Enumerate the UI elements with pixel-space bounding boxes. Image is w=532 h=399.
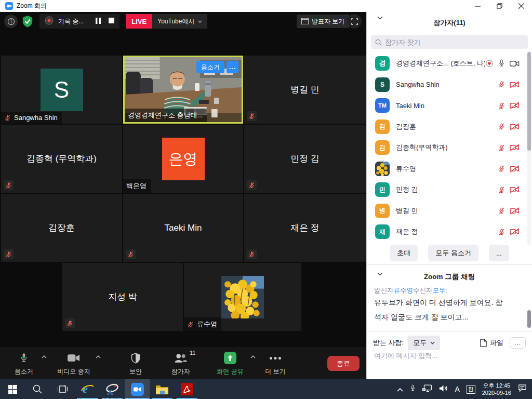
participant-name: 류수영: [197, 320, 217, 329]
mute-options-chevron[interactable]: [42, 355, 47, 358]
chevron-down-icon: [430, 341, 435, 344]
end-meeting-button[interactable]: 종료: [327, 356, 360, 371]
stop-recording-button[interactable]: [109, 18, 114, 25]
tray-network-icon[interactable]: [422, 384, 432, 394]
video-tile[interactable]: 류수영: [184, 263, 301, 331]
tile-name-label: 경영경제연구소 충남대...: [125, 109, 207, 122]
chat-sender-link: 류수영: [394, 287, 414, 294]
mic-muted-icon: [498, 165, 505, 172]
share-screen-button[interactable]: 화면 공유: [213, 352, 247, 376]
security-button[interactable]: 보안: [118, 352, 153, 376]
video-tile[interactable]: 재은 정: [244, 194, 366, 262]
tile-more-button[interactable]: ...: [227, 61, 238, 73]
participant-search-input[interactable]: [385, 38, 524, 46]
task-view-icon: [58, 385, 68, 393]
video-tile[interactable]: Taeki Min: [123, 194, 243, 262]
participant-row[interactable]: 김 김종혁(무역학과): [367, 137, 532, 158]
video-tile[interactable]: 김종혁 (무역학과): [1, 125, 122, 193]
tray-volume-icon[interactable]: [439, 384, 448, 394]
meeting-toolbar: 기록 중... LIVE YouTube에서 발표자 보기: [0, 13, 366, 30]
participant-row[interactable]: 재 재은 정: [367, 221, 532, 243]
panel-divider: [367, 331, 532, 331]
ask-to-mute-button[interactable]: 음소거: [196, 61, 224, 73]
participant-name: 경영경제연구소... (호스트, 나): [396, 59, 485, 68]
chat-recipient-link: 모두: [433, 287, 446, 294]
ime-korean-indicator[interactable]: 한: [467, 385, 475, 394]
taskbar-snipping-tool[interactable]: [100, 379, 125, 399]
show-hidden-icons-chevron[interactable]: [397, 384, 403, 394]
encryption-shield-icon[interactable]: [22, 15, 33, 28]
video-tile[interactable]: 민정 김: [244, 125, 366, 193]
mute-button[interactable]: 음소거: [8, 352, 39, 376]
mic-muted-icon: [65, 318, 75, 328]
start-button[interactable]: [0, 379, 25, 399]
participant-row[interactable]: 김 김장훈: [367, 116, 532, 138]
participants-scrollbar-thumb[interactable]: [527, 52, 531, 151]
stream-target-dropdown[interactable]: YouTube에서: [152, 14, 207, 29]
action-center-icon[interactable]: [518, 384, 527, 394]
participant-name: 민정 김: [396, 185, 418, 194]
taskbar-file-explorer[interactable]: [150, 379, 175, 399]
participant-name: 백은영: [126, 181, 147, 191]
meeting-info-button[interactable]: [4, 15, 18, 28]
participant-row[interactable]: 민 민정 김: [367, 179, 532, 201]
video-tile[interactable]: 병길 민: [244, 56, 366, 124]
share-options-chevron[interactable]: [250, 355, 256, 358]
record-dot-icon: [45, 16, 54, 26]
tile-name-label: Sangwha Shin: [1, 112, 62, 124]
recipient-label: 받는 사람:: [373, 338, 404, 348]
security-shield-icon: [131, 352, 140, 364]
active-speaker-tile[interactable]: 음소거 ... 경영경제연구소 충남대...: [123, 56, 243, 124]
participant-name: 병길 민: [396, 206, 418, 216]
ime-latin-indicator[interactable]: A: [455, 385, 459, 393]
participant-search[interactable]: [371, 35, 528, 49]
invite-button[interactable]: 초대: [390, 245, 418, 261]
restore-button[interactable]: [488, 0, 510, 12]
video-tile[interactable]: 은영 백은영: [123, 125, 243, 193]
pause-recording-button[interactable]: [96, 18, 101, 25]
chat-message-input[interactable]: [374, 352, 520, 360]
fullscreen-button[interactable]: [347, 14, 362, 29]
mute-all-button[interactable]: 모두 음소거: [428, 245, 478, 261]
stop-video-button[interactable]: 비디오 중지: [54, 352, 94, 376]
chat-from-label: 발신자: [374, 287, 394, 294]
recipient-dropdown[interactable]: 모두: [408, 336, 440, 350]
search-icon: [33, 384, 42, 394]
camera-on-icon: [510, 60, 520, 67]
participant-name: 김장훈: [396, 122, 416, 131]
participants-more-button[interactable]: ...: [489, 245, 509, 261]
participants-button[interactable]: 11 참가자: [162, 352, 200, 376]
video-options-chevron[interactable]: [96, 355, 101, 358]
chat-scrollbar-thumb[interactable]: [527, 310, 531, 328]
task-view-button[interactable]: [50, 379, 75, 399]
video-tile[interactable]: S Sangwha Shin: [1, 56, 122, 124]
live-badge: LIVE: [126, 14, 152, 29]
participant-row[interactable]: TM Taeki Min: [367, 95, 532, 116]
tray-microphone-icon[interactable]: [410, 384, 416, 394]
participant-list: 경 경영경제연구소... (호스트, 나) S Sangwha Shin TM: [367, 53, 532, 243]
chat-more-button[interactable]: ...: [510, 337, 526, 349]
tile-name-label: 백은영: [123, 179, 151, 193]
video-tile[interactable]: 지성 박: [62, 263, 183, 331]
participant-row[interactable]: S Sangwha Shin: [367, 74, 532, 96]
taskbar-clock[interactable]: 오후 12:45 2020-09-16: [482, 382, 511, 396]
chat-message-meta: 발신자류수영수신자모두:: [374, 286, 447, 295]
more-button[interactable]: 더 보기: [260, 352, 291, 376]
taskbar-acrobat[interactable]: [175, 379, 200, 399]
zoom-app-icon: [131, 383, 144, 396]
taskbar-internet-explorer[interactable]: e: [75, 379, 100, 399]
camera-off-icon: [510, 207, 520, 215]
camera-off-icon: [510, 228, 520, 235]
close-button[interactable]: [510, 0, 532, 12]
taskbar-zoom-app[interactable]: [125, 379, 150, 399]
acrobat-icon: [181, 383, 193, 395]
video-tile[interactable]: 김장훈: [1, 194, 122, 262]
participant-row-host[interactable]: 경 경영경제연구소... (호스트, 나): [367, 53, 532, 74]
taskbar-search-button[interactable]: [25, 379, 50, 399]
speaker-view-button[interactable]: 발표자 보기: [297, 15, 349, 28]
file-attach-button[interactable]: 파일: [480, 338, 503, 348]
participant-row[interactable]: 류수영: [367, 158, 532, 180]
participant-row[interactable]: 병 병길 민: [367, 201, 532, 222]
participant-name: 김종혁(무역학과): [396, 143, 448, 152]
minimize-button[interactable]: [467, 0, 488, 12]
